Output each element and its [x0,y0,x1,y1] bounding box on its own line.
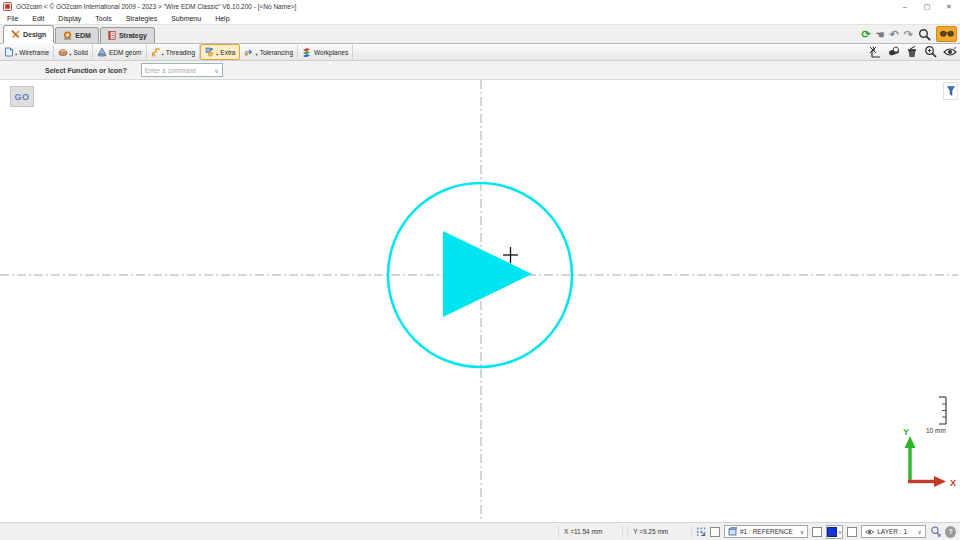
workplane-checkbox[interactable] [710,527,720,537]
wireframe-icon [4,47,14,57]
eye-icon [865,529,874,535]
minimize-button[interactable]: – [894,0,916,13]
tab-strategy-label: Strategy [119,32,147,39]
tolerancing-label: Tolerancing [260,49,293,56]
glasses-icon [940,30,954,38]
undo-icon[interactable]: ↶ [890,29,899,40]
color-checkbox[interactable] [812,527,822,537]
snap-grid-icon[interactable] [696,526,706,537]
status-bar: X =11.54 mm Y =9.25 mm #1 : REFERENCE ∨ … [0,522,960,540]
funnel-icon [947,86,955,96]
help-button[interactable]: ? [945,526,956,538]
menu-item-file[interactable]: File [0,15,25,22]
scale-ruler-label: 10 mm [926,427,946,434]
dropdown-arrow: ▾ [15,51,17,59]
edm-geom-label: EDM geom [109,49,142,56]
command-row: Select Function or Icon? Enter a command… [0,61,960,80]
extra-label: Extra [220,49,235,56]
go-assistant-button[interactable]: GO [10,86,34,107]
workplanes-label: Workplanes [314,49,348,56]
tab-edm-label: EDM [75,32,91,39]
layer-select[interactable]: LAYER : 1 ∨ [861,525,926,538]
threading-coil-icon [151,47,161,57]
zoom-window-icon[interactable] [918,28,931,41]
command-combobox[interactable]: Enter a command ∨ [141,63,223,77]
eraser-icon[interactable] [888,46,900,57]
edm-geom-button[interactable]: EDM geom [93,45,147,59]
solid-icon [58,47,68,57]
app-icon [3,2,12,11]
hand-pointer-icon[interactable]: ☚ [876,29,885,40]
solid-button[interactable]: ▾ Solid [54,45,93,59]
chevron-down-icon: ∨ [800,528,804,535]
dropdown-arrow: ▾ [162,51,164,59]
workplanes-button[interactable]: Workplanes [298,45,353,59]
sync-icon[interactable]: ⟳ [861,29,870,40]
chevron-down-icon: ∨ [838,529,842,535]
filter-panel-button[interactable] [943,82,958,100]
layer-value: LAYER : 1 [877,528,907,535]
help-glyph: ? [949,528,953,535]
zoom-in-icon[interactable] [924,45,937,58]
color-picker-button[interactable]: ∨ [826,525,843,539]
chevron-down-icon: ∨ [917,528,921,535]
bucket-icon[interactable] [906,46,918,58]
menu-item-submenu[interactable]: Submenu [164,15,208,22]
command-placeholder: Enter a command [145,67,196,74]
window-title: GO2cam < © GO2cam International 2009 - 2… [16,3,296,10]
extra-icon [205,47,215,57]
chevron-down-icon: ∨ [214,67,218,74]
title-bar: GO2cam < © GO2cam International 2009 - 2… [0,0,960,13]
menu-item-strategies[interactable]: Strategies [119,15,165,22]
workplane-value: #1 : REFERENCE [740,528,793,535]
maximize-button[interactable]: ▢ [916,0,938,13]
main-toolbar: ▾ Wireframe ▾ Solid EDM geom ▾ Threading… [0,43,960,61]
workplane-icon [728,527,737,536]
x-axis-label: X [950,478,956,488]
tolerancing-icon [244,47,254,57]
redo-icon[interactable]: ↷ [904,29,913,40]
y-coordinate: Y =9.25 mm [627,526,692,538]
color-swatch [827,527,837,537]
design-tools-icon [11,30,20,39]
dropdown-arrow: ▾ [216,51,218,59]
x-coordinate: X =11.54 mm [558,526,623,538]
view-toolbar: ⟳ ☚ ↶ ↷ [861,26,957,58]
menu-item-edit[interactable]: Edit [25,15,51,22]
extra-button[interactable]: ▾ Extra [200,44,240,60]
y-axis-label: Y [903,427,909,437]
glasses-view-button[interactable] [936,26,957,42]
workplane-select[interactable]: #1 : REFERENCE ∨ [724,525,808,538]
menu-item-display[interactable]: Display [51,15,88,22]
workplanes-icon [302,47,312,57]
dropdown-arrow: ▾ [255,51,257,59]
menu-bar: File Edit Display Tools Strategies Subme… [0,13,960,25]
strategy-list-icon [108,31,116,40]
wireframe-label: Wireframe [19,49,49,56]
threading-label: Threading [166,49,195,56]
menu-item-tools[interactable]: Tools [88,15,118,22]
y-axis-arrow [905,436,916,448]
dropdown-arrow: ▾ [69,51,71,59]
crosshair-cursor [503,247,518,263]
layer-zoom-icon[interactable] [930,525,942,538]
tab-bar: Design EDM Strategy [0,25,960,43]
axes-tool-icon[interactable] [869,46,882,58]
threading-button[interactable]: ▾ Threading [147,45,201,59]
close-button[interactable]: ✕ [938,0,960,13]
tab-strategy[interactable]: Strategy [100,27,155,43]
tab-edm[interactable]: EDM [55,27,99,43]
triangle-entity[interactable] [443,231,532,317]
tab-design[interactable]: Design [3,25,54,43]
tolerancing-button[interactable]: ▾ Tolerancing [240,45,298,59]
edm-geometry-icon [97,47,107,57]
scale-ruler [939,397,946,424]
eye-visibility-icon[interactable] [943,47,957,57]
x-axis-arrow [934,476,946,487]
drawing-canvas[interactable]: 10 mm Y X GO [0,80,960,526]
layer-checkbox[interactable] [847,527,857,537]
wireframe-button[interactable]: ▾ Wireframe [0,45,54,59]
menu-item-help[interactable]: Help [208,15,236,22]
axis-triad: Y X [903,427,956,488]
command-label: Select Function or Icon? [45,67,127,74]
